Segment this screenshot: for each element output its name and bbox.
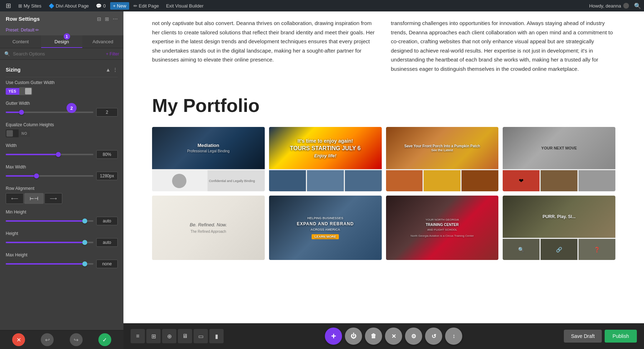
toggle-off-box[interactable] (6, 129, 19, 137)
portfolio-item-6[interactable]: HELPING BUSINESSES EXPAND AND REBRAND AC… (269, 196, 382, 260)
exit-builder-btn[interactable]: Exit Visual Builder (163, 2, 206, 10)
search-input[interactable] (13, 51, 103, 56)
fab-more-btn[interactable]: ↕ (445, 328, 462, 345)
max-height-slider-thumb[interactable] (82, 261, 87, 266)
comment-btn[interactable]: 💬 0 (93, 2, 108, 10)
fab-settings-btn[interactable]: ⚙ (405, 328, 422, 345)
save-draft-btn[interactable]: Save Draft (564, 330, 602, 343)
align-left-btn[interactable]: ⟵ (6, 193, 24, 204)
section-menu-icon[interactable]: ⋮ (113, 67, 118, 73)
comment-icon: 💬 (96, 3, 102, 9)
height-slider-thumb[interactable] (82, 240, 87, 245)
gutter-slider-thumb[interactable] (19, 110, 24, 115)
more-options-icon[interactable]: ⋯ (113, 16, 118, 22)
collapse-icon[interactable]: ▲ (106, 67, 111, 73)
toolbar-desktop-icon[interactable]: 🖥 (178, 329, 192, 343)
port-sub-3b (424, 170, 460, 191)
min-height-label: Min Height (6, 210, 118, 215)
avatar (623, 3, 629, 9)
portfolio-item-8[interactable]: PURR. Play. Sl... 🔍 🔗 ❓ (503, 196, 615, 260)
publish-btn[interactable]: Publish (605, 330, 637, 343)
tab-design[interactable]: Design 1 (41, 35, 82, 48)
min-height-slider-track[interactable] (6, 220, 93, 222)
width-slider-thumb[interactable] (56, 152, 61, 157)
toolbar-mobile-icon[interactable]: ▮ (209, 329, 224, 343)
min-height-slider-fill (6, 220, 85, 222)
height-input[interactable] (96, 238, 118, 247)
align-center-btn[interactable]: ⊢⊣ (24, 193, 44, 204)
height-slider-track[interactable] (6, 242, 93, 243)
new-label: + New (113, 3, 126, 9)
divi-about-btn[interactable]: 🔷 Divi About Page (46, 2, 92, 10)
portfolio-img-8: PURR. Play. Sl... 🔍 🔗 ❓ (503, 196, 615, 260)
filter-btn[interactable]: + Filter (106, 51, 119, 56)
portfolio-item-3[interactable]: Save Your Front Porch Into a Pumpkin Pat… (386, 127, 499, 191)
panel-save-btn[interactable]: ✓ (98, 333, 111, 346)
search-icon[interactable]: 🔍 (634, 3, 641, 9)
max-width-input[interactable] (96, 172, 118, 180)
min-height-setting: Min Height (6, 210, 118, 225)
gutter-width-input[interactable] (96, 108, 118, 117)
text-col-2: transforming challenges into opportuniti… (391, 19, 616, 73)
align-right-btn[interactable]: ⟶ (44, 193, 62, 204)
tab-content[interactable]: Content (0, 35, 41, 48)
width-input[interactable] (96, 150, 118, 159)
new-btn[interactable]: + New (110, 2, 129, 10)
expand-icon[interactable]: ⊞ (105, 16, 109, 22)
toolbar-search-icon[interactable]: ⊕ (162, 329, 176, 343)
fab-history-btn[interactable]: ↺ (425, 328, 442, 345)
toolbar-menu-icon[interactable]: ≡ (131, 329, 145, 343)
height-slider (6, 238, 118, 247)
width-slider-track[interactable] (6, 154, 93, 155)
port-sub-2b (307, 170, 344, 191)
panel-preset[interactable]: Preset: Default ✏ (0, 26, 123, 35)
panel-close-btn[interactable]: ✕ (12, 333, 25, 346)
max-width-slider (6, 172, 118, 180)
wp-icon-btn[interactable]: ⊞ (3, 0, 14, 11)
max-width-slider-track[interactable] (6, 175, 93, 177)
min-height-input[interactable] (96, 217, 118, 225)
howdy-section: Howdy, deanna 🔍 (589, 3, 641, 9)
max-height-slider-fill (6, 263, 85, 265)
panel-undo-btn[interactable]: ↩ (41, 333, 54, 346)
grid-view-icon[interactable]: ⊟ (97, 16, 101, 22)
port-main-4: YOUR NEXT MOVE (503, 127, 615, 169)
portfolio-section: My Portfolio MediationProfessional Legal… (152, 88, 615, 267)
custom-gutter-label: Use Custom Gutter Width (6, 80, 118, 85)
max-height-input[interactable] (96, 260, 118, 268)
portfolio-item-2[interactable]: It's time to enjoy again! TOURS STARTING… (269, 127, 382, 191)
max-height-slider-track[interactable] (6, 263, 93, 265)
min-height-slider-thumb[interactable] (82, 218, 87, 223)
max-width-slider-thumb[interactable] (34, 173, 39, 178)
edit-page-btn[interactable]: ✏ Edit Page (131, 2, 162, 10)
portfolio-item-7[interactable]: YOUR NORTH GEORGIA TRAINING CENTER AND F… (386, 196, 499, 260)
page-bottom-bar: ≡ ⊞ ⊕ 🖥 ▭ ▮ + ⏻ 🗑 ✕ ⚙ ↺ ↕ Save Draft Pub… (123, 323, 644, 349)
fab-power-btn[interactable]: ⏻ (345, 328, 362, 345)
panel-redo-btn[interactable]: ↪ (70, 333, 83, 346)
custom-gutter-toggle[interactable]: YES (6, 87, 118, 95)
panel-tabs: Content Design 1 Advanced (0, 35, 123, 48)
port-main-2: It's time to enjoy again! TOURS STARTING… (269, 127, 382, 169)
gutter-slider-track[interactable] (6, 112, 93, 113)
portfolio-item-4[interactable]: YOUR NEXT MOVE ❤ (503, 127, 615, 191)
toolbar-grid-icon[interactable]: ⊞ (146, 329, 161, 343)
fab-delete-btn[interactable]: 🗑 (365, 328, 382, 345)
port-main-1: MediationProfessional Legal Binding (152, 127, 265, 169)
toggle-yes-label[interactable]: YES (6, 88, 19, 95)
portfolio-item-5[interactable]: Be. Refined. Now. The Refined Approach (152, 196, 265, 260)
toggle-off-thumb (6, 130, 13, 137)
toggle-slider[interactable] (19, 87, 32, 95)
fab-close-btn[interactable]: ✕ (385, 328, 402, 345)
height-slider-fill (6, 242, 85, 243)
edit-icon: ✏ (133, 3, 137, 9)
right-content: not only captivate but also convert. Dea… (123, 11, 644, 349)
portfolio-item-1[interactable]: MediationProfessional Legal Binding Conf… (152, 127, 265, 191)
height-setting: Height (6, 231, 118, 247)
toolbar-tablet-icon[interactable]: ▭ (194, 329, 208, 343)
equalize-toggle[interactable]: NO (6, 129, 118, 137)
fab-add-btn[interactable]: + (325, 328, 342, 345)
my-sites-btn[interactable]: ⊞ My Sites (15, 2, 44, 10)
text-col-1: not only captivate but also convert. Dea… (152, 19, 377, 73)
port-sub-1b: Confidential and Legally Binding (208, 170, 265, 191)
tab-advanced[interactable]: Advanced (82, 35, 123, 48)
